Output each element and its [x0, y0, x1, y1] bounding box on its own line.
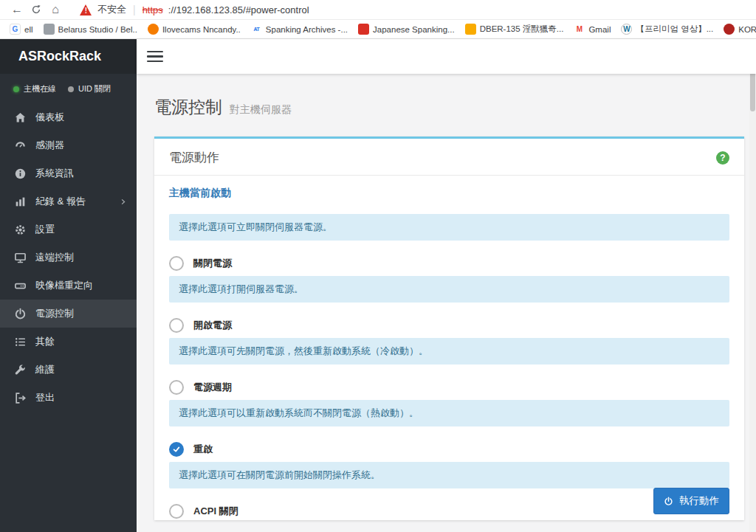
- online-dot-icon: [13, 86, 19, 92]
- bookmark-item[interactable]: ATSpanking Archives -...: [246, 22, 353, 36]
- radio-restart[interactable]: [169, 442, 184, 457]
- sidebar-item-logout[interactable]: 登出: [0, 384, 137, 412]
- sidebar-item-maintenance[interactable]: 維護: [0, 356, 137, 384]
- radio-acpi-shutdown[interactable]: [169, 504, 184, 519]
- power-options-list: 選擇此選項可立即關閉伺服器電源。關閉電源選擇此選項打開伺服器電源。開啟電源選擇此…: [169, 214, 729, 519]
- bookmark-item[interactable]: Belarus Studio / Bel..: [38, 22, 142, 36]
- url-scheme: https: [142, 4, 163, 15]
- bookmark-item[interactable]: W【프리미엄 영상】...: [616, 22, 718, 36]
- site-orange-favicon: [148, 24, 159, 35]
- bookmarks-bar: GellBelarus Studio / Bel..Ilovecams Nnca…: [0, 20, 756, 39]
- menu-toggle-icon[interactable]: [147, 48, 163, 66]
- bookmark-label: Gmail: [588, 25, 611, 34]
- card-actions: 執行動作: [653, 488, 729, 514]
- status-uid-off[interactable]: UID 關閉: [68, 83, 111, 94]
- bookmark-label: Spanking Archives -...: [266, 25, 348, 34]
- radio-power-off[interactable]: [169, 256, 184, 271]
- option-label: 關閉電源: [193, 257, 232, 270]
- sidebar-item-power-control[interactable]: 電源控制: [0, 300, 137, 328]
- address-bar[interactable]: ! 不安全 | https ://192.168.123.85/#power-c…: [80, 3, 309, 16]
- page-subtitle: 對主機伺服器: [230, 103, 292, 115]
- bookmark-item[interactable]: MGmail: [568, 22, 616, 36]
- power-option-restart[interactable]: 重啟: [169, 442, 729, 457]
- option-description-restart: 選擇此選項可以重新啟動系統而不關閉電源（熱啟動）。: [169, 400, 729, 426]
- sidebar: ASRockRack 主機在線UID 關閉 儀表板感測器系統資訊紀錄 & 報告設…: [0, 39, 137, 532]
- site-darkred-favicon: [724, 24, 735, 35]
- power-option-power-on[interactable]: 開啟電源: [169, 318, 729, 333]
- sidebar-item-logs-reports[interactable]: 紀錄 & 報告: [0, 187, 137, 215]
- status-label: UID 關閉: [78, 83, 111, 94]
- back-icon[interactable]: ←: [7, 4, 27, 15]
- execute-button[interactable]: 執行動作: [653, 488, 729, 514]
- app-shell: ASRockRack 主機在線UID 關閉 儀表板感測器系統資訊紀錄 & 報告設…: [0, 39, 756, 532]
- off-dot-icon: [68, 86, 74, 92]
- brand-logo: ASRockRack: [0, 39, 137, 74]
- browser-chrome: ← ⌂ ! 不安全 | https ://192.168.123.85/#pow…: [0, 0, 756, 39]
- bookmark-item[interactable]: Gell: [4, 22, 38, 36]
- host-status-row: 主機在線UID 關閉: [0, 74, 137, 103]
- info-icon: [14, 167, 27, 180]
- list-icon: [14, 336, 27, 348]
- bookmark-label: DBER-135 淫獸獵奇...: [480, 24, 564, 35]
- site-red-favicon: [358, 24, 369, 35]
- card-title: 電源動作: [169, 149, 219, 166]
- card-divider: [154, 175, 744, 176]
- help-icon[interactable]: ?: [716, 151, 729, 165]
- sidebar-item-label: 系統資訊: [35, 167, 74, 180]
- logout-icon: [14, 392, 27, 404]
- sidebar-item-label: 其餘: [35, 335, 55, 348]
- option-label: 電源週期: [193, 381, 232, 394]
- address-separator: |: [133, 4, 136, 15]
- status-label: 主機在線: [24, 83, 56, 94]
- chevron-right-icon: [119, 198, 127, 206]
- sidebar-item-misc[interactable]: 其餘: [0, 328, 137, 356]
- top-header: [137, 39, 756, 74]
- page-scrollbar[interactable]: [749, 39, 756, 532]
- option-description-power-cycle: 選擇此選項可先關閉電源，然後重新啟動系統（冷啟動）。: [169, 338, 729, 365]
- wordpress-favicon: W: [621, 24, 632, 35]
- bookmark-label: ell: [24, 25, 33, 34]
- security-label: 不安全: [97, 3, 126, 16]
- sidebar-item-system-info[interactable]: 系統資訊: [0, 159, 137, 187]
- power-icon: [664, 497, 673, 506]
- option-label: ACPI 關閉: [193, 505, 238, 518]
- bookmark-label: Belarus Studio / Bel..: [58, 25, 137, 34]
- sidebar-item-label: 設置: [35, 223, 55, 236]
- sidebar-item-sensors[interactable]: 感測器: [0, 131, 137, 159]
- bookmark-item[interactable]: KOREAN HOT – Kor...: [718, 22, 756, 36]
- radio-power-on[interactable]: [169, 318, 184, 333]
- site-gray-favicon: [44, 24, 55, 35]
- content-area: 電源控制對主機伺服器 電源動作 ? 主機當前啟動 選擇此選項可立即關閉伺服器電源…: [137, 74, 756, 532]
- main-area: 電源控制對主機伺服器 電源動作 ? 主機當前啟動 選擇此選項可立即關閉伺服器電源…: [137, 39, 756, 532]
- home-icon: [14, 111, 27, 124]
- power-action-card: 電源動作 ? 主機當前啟動 選擇此選項可立即關閉伺服器電源。關閉電源選擇此選項打…: [154, 137, 744, 520]
- bookmark-item[interactable]: Japanese Spanking...: [353, 22, 460, 36]
- sidebar-item-label: 映像檔重定向: [35, 279, 93, 292]
- sidebar-item-label: 紀錄 & 報告: [35, 195, 86, 208]
- refresh-icon[interactable]: [27, 4, 46, 15]
- power-option-power-off[interactable]: 關閉電源: [169, 256, 729, 271]
- status-host-online[interactable]: 主機在線: [13, 83, 56, 94]
- chart-icon: [14, 196, 27, 208]
- power-option-acpi-shutdown[interactable]: ACPI 關閉: [169, 504, 729, 519]
- sidebar-item-label: 維護: [35, 363, 55, 376]
- page-title: 電源控制: [154, 97, 222, 117]
- host-state-text: 主機當前啟動: [169, 187, 729, 200]
- option-label: 重啟: [193, 443, 213, 456]
- bookmark-item[interactable]: Ilovecams Nncandy..: [142, 22, 246, 36]
- sidebar-item-settings[interactable]: 設置: [0, 215, 137, 243]
- sidebar-item-label: 感測器: [35, 139, 64, 152]
- sidebar-item-image-redirection[interactable]: 映像檔重定向: [0, 272, 137, 300]
- sidebar-item-remote-control[interactable]: 遠端控制: [0, 243, 137, 272]
- sidebar-item-dashboard[interactable]: 儀表板: [0, 103, 137, 131]
- option-description-acpi-shutdown: 選擇此選項可在關閉電源前開始關閉操作系統。: [169, 462, 729, 488]
- option-label: 開啟電源: [193, 319, 232, 332]
- radio-power-cycle[interactable]: [169, 380, 184, 395]
- home-icon[interactable]: ⌂: [46, 4, 65, 15]
- power-option-power-cycle[interactable]: 電源週期: [169, 380, 729, 395]
- sidebar-item-label: 遠端控制: [35, 251, 74, 264]
- bookmark-item[interactable]: DBER-135 淫獸獵奇...: [460, 22, 569, 36]
- bookmark-label: 【프리미엄 영상】...: [636, 24, 713, 35]
- card-header: 電源動作 ?: [169, 149, 729, 166]
- page-title-row: 電源控制對主機伺服器: [154, 96, 744, 119]
